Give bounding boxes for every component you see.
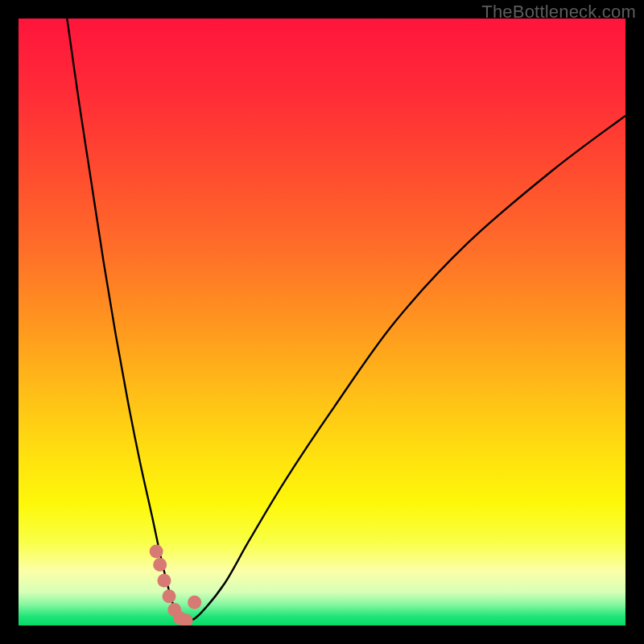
outer-frame: TheBottleneck.com	[0, 0, 644, 644]
marker-point	[162, 589, 175, 603]
marker-group	[150, 545, 202, 625]
bottleneck-curve	[67, 19, 625, 623]
marker-point	[153, 558, 167, 572]
watermark-text: TheBottleneck.com	[481, 2, 636, 23]
marker-point	[188, 596, 201, 609]
plot-area	[19, 19, 625, 625]
chart-svg	[19, 19, 625, 625]
marker-point	[157, 574, 171, 588]
marker-point	[150, 545, 163, 559]
